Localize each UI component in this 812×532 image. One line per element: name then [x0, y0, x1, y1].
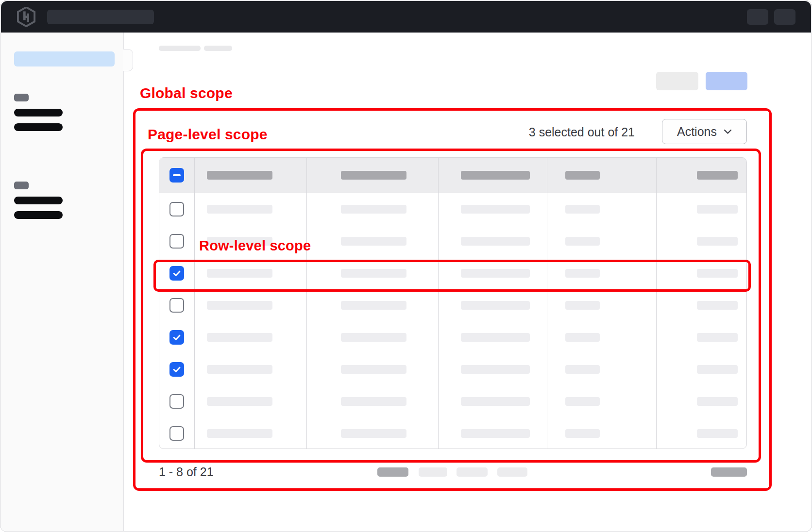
- cell-placeholder: [697, 397, 738, 406]
- cell-placeholder: [461, 397, 530, 406]
- pagination-page-3[interactable]: [457, 467, 488, 477]
- breadcrumb-item-1[interactable]: [159, 46, 201, 51]
- check-icon: [173, 270, 181, 277]
- row-checkbox[interactable]: [169, 426, 184, 441]
- cell-placeholder: [565, 269, 600, 278]
- table-header-row: [159, 158, 746, 193]
- cell-placeholder: [461, 429, 530, 438]
- top-nav-bar: [1, 1, 811, 33]
- actions-button-label: Actions: [677, 125, 717, 139]
- cell-placeholder: [207, 397, 272, 406]
- cell-placeholder: [341, 365, 406, 374]
- sidebar-section-label-2: [14, 182, 29, 189]
- pagination-next[interactable]: [497, 467, 527, 477]
- cell-placeholder: [697, 333, 738, 342]
- cell-placeholder: [341, 269, 406, 278]
- cell-placeholder: [207, 205, 272, 214]
- sidebar: [1, 33, 124, 531]
- cell-placeholder: [461, 205, 530, 214]
- column-header-placeholder: [461, 171, 530, 180]
- cell-placeholder: [461, 237, 530, 246]
- sidebar-nav-item-2[interactable]: [14, 123, 63, 131]
- hashicorp-logo-icon: [17, 7, 35, 27]
- cell-placeholder: [341, 333, 406, 342]
- data-table: [159, 157, 747, 449]
- cell-placeholder: [341, 237, 406, 246]
- cell-placeholder: [461, 269, 530, 278]
- sidebar-collapse-handle[interactable]: [123, 49, 133, 71]
- app-window: Global scope Page-level scope Row-level …: [0, 0, 812, 532]
- row-checkbox[interactable]: [169, 394, 184, 409]
- column-header-placeholder: [565, 171, 600, 180]
- cell-placeholder: [341, 301, 406, 310]
- actions-dropdown-button[interactable]: Actions: [662, 119, 747, 144]
- global-search-placeholder[interactable]: [47, 10, 154, 24]
- minus-icon: [173, 174, 181, 176]
- sidebar-nav-item-3[interactable]: [14, 197, 63, 204]
- row-checkbox[interactable]: [169, 202, 184, 216]
- cell-placeholder: [565, 333, 600, 342]
- column-header-placeholder: [207, 171, 272, 180]
- check-icon: [173, 366, 181, 373]
- secondary-button-placeholder[interactable]: [656, 72, 698, 90]
- sidebar-nav-item-4[interactable]: [14, 211, 63, 219]
- topbar-action-button-1[interactable]: [747, 9, 768, 25]
- cell-placeholder: [697, 237, 738, 246]
- cell-placeholder: [207, 429, 272, 438]
- cell-placeholder: [461, 365, 530, 374]
- check-icon: [173, 334, 181, 341]
- cell-placeholder: [565, 365, 600, 374]
- cell-placeholder: [461, 301, 530, 310]
- topbar-action-button-2[interactable]: [774, 9, 795, 25]
- breadcrumb-item-2[interactable]: [204, 46, 232, 51]
- pagination-page-1-active[interactable]: [377, 467, 408, 477]
- cell-placeholder: [697, 269, 738, 278]
- table-row-selected[interactable]: [159, 353, 746, 385]
- pagination-page-size[interactable]: [711, 467, 747, 477]
- screenshot-canvas: Global scope Page-level scope Row-level …: [0, 0, 812, 532]
- cell-placeholder: [207, 365, 272, 374]
- table-row[interactable]: [159, 193, 746, 225]
- sidebar-nav-item-1[interactable]: [14, 109, 63, 116]
- cell-placeholder: [207, 333, 272, 342]
- page-level-scope-label: Page-level scope: [148, 127, 268, 142]
- topbar-actions: [747, 9, 795, 25]
- table-body: [159, 193, 746, 449]
- cell-placeholder: [341, 397, 406, 406]
- primary-button-placeholder[interactable]: [706, 72, 747, 90]
- global-scope-label: Global scope: [140, 86, 233, 100]
- cell-placeholder: [565, 429, 600, 438]
- cell-placeholder: [697, 301, 738, 310]
- sidebar-section-label-1: [14, 94, 29, 101]
- table-row[interactable]: [159, 289, 746, 321]
- cell-placeholder: [565, 205, 600, 214]
- row-level-scope-label: Row-level scope: [199, 238, 311, 253]
- table-row-selected[interactable]: [159, 257, 746, 289]
- sidebar-active-item[interactable]: [14, 51, 115, 66]
- pagination-page-2[interactable]: [419, 467, 447, 477]
- table-row[interactable]: [159, 385, 746, 417]
- table-row[interactable]: [159, 417, 746, 449]
- cell-placeholder: [697, 205, 738, 214]
- column-header-placeholder: [341, 171, 406, 180]
- cell-placeholder: [461, 333, 530, 342]
- row-checkbox[interactable]: [169, 362, 184, 377]
- cell-placeholder: [565, 237, 600, 246]
- cell-placeholder: [207, 269, 272, 278]
- cell-placeholder: [697, 429, 738, 438]
- row-checkbox[interactable]: [169, 330, 184, 345]
- row-checkbox[interactable]: [169, 298, 184, 313]
- cell-placeholder: [697, 365, 738, 374]
- select-all-checkbox[interactable]: [169, 168, 184, 183]
- table-row-selected[interactable]: [159, 321, 746, 353]
- selection-summary: 3 selected out of 21: [529, 125, 635, 139]
- row-checkbox[interactable]: [169, 266, 184, 281]
- cell-placeholder: [341, 205, 406, 214]
- cell-placeholder: [341, 429, 406, 438]
- row-checkbox[interactable]: [169, 234, 184, 249]
- cell-placeholder: [565, 301, 600, 310]
- cell-placeholder: [207, 301, 272, 310]
- cell-placeholder: [565, 397, 600, 406]
- pagination-range-summary: 1 - 8 of 21: [159, 465, 214, 479]
- column-header-placeholder: [697, 171, 738, 180]
